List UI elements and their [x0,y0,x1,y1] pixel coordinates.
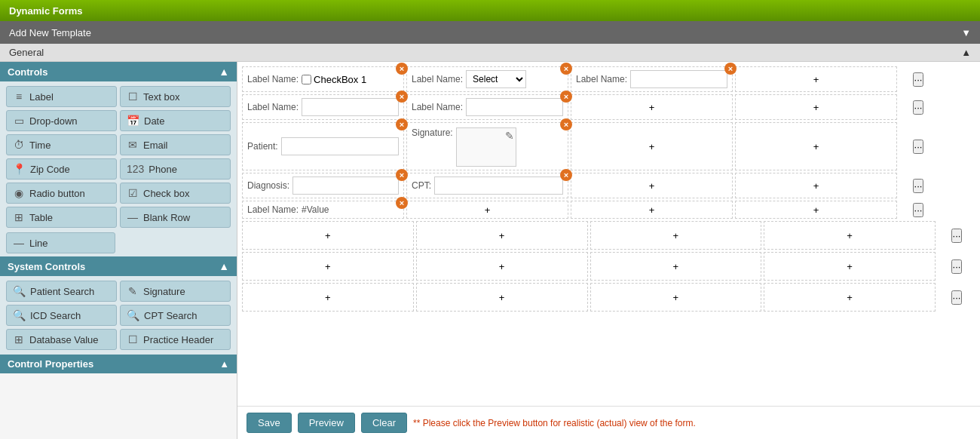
control-date[interactable]: 📅 Date [120,110,231,131]
plus-icon-r7c2[interactable]: + [499,261,505,272]
plus-icon-r7c3[interactable]: + [673,261,679,272]
plus-icon-r7c1[interactable]: + [325,261,331,272]
plus-icon-r4c4[interactable]: + [813,180,819,192]
control-phone[interactable]: 123 Phone [120,158,231,180]
plus-icon-r5c4[interactable]: + [813,204,819,216]
plus-icon-r8c4[interactable]: + [847,292,853,303]
close-patient[interactable]: × [396,118,408,130]
form-cell-plus-r5c3[interactable]: + [571,201,733,219]
form-cell-dots-r2[interactable]: ··· [899,94,937,120]
control-database-value[interactable]: ⊞ Database Value [6,329,117,350]
form-cell-plus-r8c2[interactable]: + [416,283,588,312]
dots-button-r3[interactable]: ··· [913,140,924,154]
system-controls-chevron[interactable]: ▲ [219,260,229,272]
form-cell-dots-r7[interactable]: ··· [938,252,975,281]
save-button[interactable]: Save [247,413,292,433]
control-time[interactable]: ⏱ Time [6,134,117,155]
form-cell-plus-r3c4[interactable]: + [735,122,897,170]
close-checkbox[interactable]: × [396,63,408,75]
dots-button-r5[interactable]: ··· [913,203,924,217]
plus-icon-r5c3[interactable]: + [649,204,655,216]
form-cell-plus-r7c1[interactable]: + [242,252,414,281]
close-select[interactable]: × [560,63,572,75]
form-cell-plus-r4c4[interactable]: + [735,173,897,198]
close-signature[interactable]: × [560,118,572,130]
control-textbox[interactable]: ☐ Text box [120,86,231,107]
form-cell-dots-r1[interactable]: ··· [899,66,937,92]
close-cpt[interactable]: × [560,169,572,181]
form-cell-plus-r4c3[interactable]: + [571,173,733,198]
input1-field[interactable] [630,70,727,88]
control-label[interactable]: ≡ Label [6,86,117,107]
cpt-field[interactable] [434,177,563,195]
close-input1[interactable]: × [724,63,737,75]
plus-icon-r3c3[interactable]: + [649,141,655,152]
form-cell-plus-r7c4[interactable]: + [764,252,936,281]
control-cpt-search[interactable]: 🔍 CPT Search [120,305,231,326]
dots-button-r2[interactable]: ··· [913,100,924,115]
plus-icon-r5c2[interactable]: + [485,204,491,216]
plus-icon-r6c3[interactable]: + [673,230,679,241]
close-value[interactable]: × [396,197,408,209]
form-cell-plus-r6c4[interactable]: + [764,221,936,250]
plus-icon-r8c1[interactable]: + [325,292,331,303]
form-cell-plus-r6c3[interactable]: + [590,221,762,250]
plus-icon-r6c4[interactable]: + [847,230,853,241]
form-cell-dots-r5[interactable]: ··· [899,201,937,219]
form-cell-plus-r8c4[interactable]: + [764,283,936,312]
form-cell-plus-r7c2[interactable]: + [416,252,588,281]
control-signature[interactable]: ✎ Signature [120,281,231,302]
close-input2[interactable]: × [396,91,408,103]
form-cell-plus-r8c3[interactable]: + [590,283,762,312]
form-cell-plus-r6c2[interactable]: + [416,221,588,250]
select-input[interactable]: Select [466,70,526,88]
control-checkbox[interactable]: ☑ Check box [120,183,231,204]
close-diagnosis[interactable]: × [396,169,408,181]
form-cell-dots-r3[interactable]: ··· [899,122,937,170]
controls-chevron[interactable]: ▲ [219,66,229,78]
control-blankrow[interactable]: — Blank Row [120,207,231,228]
plus-icon-r6c2[interactable]: + [499,230,505,241]
control-zipcode[interactable]: 📍 Zip Code [6,158,117,180]
control-table[interactable]: ⊞ Table [6,207,117,228]
form-cell-plus-r8c1[interactable]: + [242,283,414,312]
plus-icon-r7c4[interactable]: + [847,261,853,272]
plus-icon-r8c3[interactable]: + [673,292,679,303]
dots-button-r8[interactable]: ··· [951,290,963,305]
form-cell-dots-r6[interactable]: ··· [938,221,975,250]
clear-button[interactable]: Clear [361,413,407,433]
dots-button-r6[interactable]: ··· [951,229,963,243]
form-cell-plus-r2c3[interactable]: + [571,94,733,120]
close-input3[interactable]: × [560,91,572,103]
diagnosis-field[interactable] [292,177,399,195]
plus-icon-r6c1[interactable]: + [325,230,331,241]
dots-button-r1[interactable]: ··· [913,72,924,87]
form-cell-dots-r8[interactable]: ··· [938,283,975,312]
dots-button-r4[interactable]: ··· [913,179,924,193]
plus-icon-r2c3[interactable]: + [649,102,655,113]
preview-button[interactable]: Preview [298,413,355,433]
control-email[interactable]: ✉ Email [120,134,231,155]
patient-field[interactable] [281,137,399,155]
control-practice-header[interactable]: ☐ Practice Header [120,329,231,350]
control-patient-search[interactable]: 🔍 Patient Search [6,281,117,302]
plus-icon-r3c4[interactable]: + [813,141,819,152]
input3-field[interactable] [466,98,563,116]
dots-button-r7[interactable]: ··· [951,259,963,274]
form-cell-plus-r1c4[interactable]: + [735,66,897,92]
form-cell-plus-r5c2[interactable]: + [406,201,568,219]
form-cell-plus-r6c1[interactable]: + [242,221,414,250]
plus-icon-r2c4[interactable]: + [813,102,819,113]
signature-pen-icon[interactable]: ✎ [505,130,514,142]
plus-icon-r8c2[interactable]: + [499,292,505,303]
general-expand-icon[interactable]: ▲ [961,47,971,58]
form-cell-plus-r3c3[interactable]: + [571,122,733,170]
form-cell-dots-r4[interactable]: ··· [899,173,937,198]
form-cell-plus-r2c4[interactable]: + [735,94,897,120]
form-cell-plus-r5c4[interactable]: + [735,201,897,219]
control-properties-chevron[interactable]: ▲ [219,358,229,370]
form-cell-plus-r7c3[interactable]: + [590,252,762,281]
input2-field[interactable] [302,98,399,116]
add-template-collapse-icon[interactable]: ▼ [961,27,971,38]
control-radio[interactable]: ◉ Radio button [6,183,117,204]
